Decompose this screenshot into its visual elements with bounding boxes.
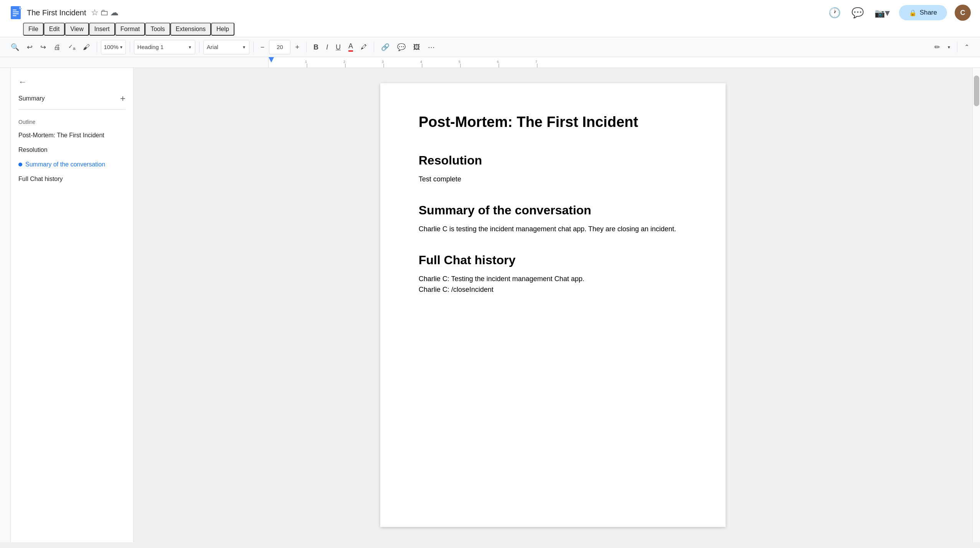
zoom-dropdown[interactable]: ▾	[119, 44, 123, 50]
redo-button[interactable]: ↪	[37, 41, 49, 53]
editing-dropdown[interactable]: ▾	[945, 43, 953, 52]
menu-edit[interactable]: Edit	[44, 23, 65, 36]
menu-help[interactable]: Help	[211, 23, 234, 36]
doc-title-heading: Post-Mortem: The First Incident	[419, 114, 687, 130]
section-chat: Full Chat history Charlie C: Testing the…	[419, 253, 687, 296]
section-resolution-heading: Resolution	[419, 153, 687, 168]
link-button[interactable]: 🔗	[378, 41, 393, 53]
title-right-actions: 🕐 💬 📷▾ 🔒 Share C	[827, 5, 971, 21]
comment-button[interactable]: 💬	[394, 41, 409, 53]
scrollbar-thumb[interactable]	[974, 76, 979, 106]
image-button[interactable]: 🖼	[410, 41, 423, 53]
folder-button[interactable]: 🗀	[99, 8, 109, 18]
svg-marker-5	[19, 6, 22, 9]
bold-button[interactable]: B	[310, 41, 322, 53]
menu-extensions[interactable]: Extensions	[170, 23, 211, 36]
docs-icon	[9, 5, 22, 21]
separator-5	[306, 42, 307, 53]
svg-text:7: 7	[535, 60, 537, 64]
lock-icon: 🔒	[909, 9, 917, 16]
svg-rect-3	[13, 13, 19, 14]
add-outline-button[interactable]: +	[120, 94, 125, 103]
search-button[interactable]: 🔍	[8, 41, 22, 53]
svg-text:6: 6	[497, 60, 499, 64]
font-dropdown[interactable]: ▾	[242, 44, 246, 50]
spellcheck-button[interactable]: ✓a	[65, 41, 78, 53]
outline-item-3[interactable]: Full Chat history	[18, 175, 125, 183]
more-button[interactable]: ⋯	[425, 41, 438, 53]
right-panel	[972, 68, 980, 542]
separator-3	[199, 42, 200, 53]
menu-insert[interactable]: Insert	[89, 23, 115, 36]
italic-button[interactable]: I	[323, 41, 331, 53]
comments-button[interactable]: 💬	[850, 6, 865, 19]
section-summary: Summary of the conversation Charlie C is…	[419, 203, 687, 235]
separator-6	[374, 42, 374, 53]
heading-style-dropdown[interactable]: ▾	[188, 44, 192, 50]
outline-items: Post-Mortem: The First Incident Resoluti…	[18, 131, 125, 183]
text-color-icon: A	[348, 42, 353, 50]
doc-title: The First Incident	[27, 8, 86, 17]
svg-text:5: 5	[459, 60, 460, 64]
svg-text:3: 3	[382, 60, 384, 64]
font-value: Arial	[207, 44, 218, 50]
menu-file[interactable]: File	[23, 23, 44, 36]
svg-rect-4	[13, 15, 16, 16]
avatar: C	[955, 5, 971, 21]
star-button[interactable]: ☆	[90, 8, 99, 18]
share-label: Share	[920, 9, 937, 16]
left-panel	[0, 68, 11, 542]
ruler-ticks: 1 2 3 4 5 6 7	[269, 57, 980, 67]
outline-header: Summary +	[18, 94, 125, 103]
font-control: Arial ▾	[203, 40, 249, 54]
separator-1	[97, 42, 97, 53]
section-chat-heading: Full Chat history	[419, 253, 687, 267]
paintformat-button[interactable]: 🖌	[80, 41, 93, 53]
font-size-box[interactable]: 20	[269, 40, 290, 54]
menu-format[interactable]: Format	[115, 23, 145, 36]
undo-button[interactable]: ↩	[24, 41, 36, 53]
outline-item-1[interactable]: Resolution	[18, 146, 125, 154]
underline-button[interactable]: U	[333, 41, 344, 53]
title-menu-area: The First Incident ☆ 🗀 ☁ 🕐 💬 📷▾ 🔒 Share …	[0, 0, 980, 37]
ruler: 1 2 3 4 5 6 7	[0, 57, 980, 68]
outline-item-2[interactable]: Summary of the conversation	[18, 160, 125, 169]
section-resolution-body: Test complete	[419, 174, 687, 185]
ruler-left-margin	[134, 57, 269, 67]
menu-view[interactable]: View	[65, 23, 89, 36]
separator-2	[130, 42, 130, 53]
zoom-control: 100% ▾	[101, 40, 125, 54]
zoom-value: 100%	[104, 44, 118, 50]
ruler-inner: 1 2 3 4 5 6 7	[269, 57, 980, 67]
cloud-button[interactable]: ☁	[109, 8, 119, 18]
font-size-decrease[interactable]: −	[257, 41, 268, 53]
highlight-button[interactable]: 🖍	[358, 42, 370, 53]
svg-text:2: 2	[343, 60, 345, 64]
heading-style-value: Heading 1	[137, 44, 163, 50]
history-button[interactable]: 🕐	[827, 6, 842, 19]
document-page: Post-Mortem: The First Incident Resoluti…	[380, 83, 726, 527]
video-button[interactable]: 📷▾	[873, 6, 891, 19]
svg-text:1: 1	[305, 60, 307, 64]
outline-item-0[interactable]: Post-Mortem: The First Incident	[18, 131, 125, 140]
title-row: The First Incident ☆ 🗀 ☁ 🕐 💬 📷▾ 🔒 Share …	[0, 0, 980, 21]
section-chat-body: Charlie C: Testing the incident manageme…	[419, 273, 687, 296]
main-layout: ← Summary + Outline Post-Mortem: The Fir…	[0, 68, 980, 542]
heading-style-control: Heading 1 ▾	[134, 40, 195, 54]
section-summary-heading: Summary of the conversation	[419, 203, 687, 217]
print-button[interactable]: 🖨	[51, 41, 64, 53]
section-summary-body: Charlie C is testing the incident manage…	[419, 224, 687, 235]
collapse-button[interactable]: ⌃	[961, 42, 972, 53]
back-button[interactable]: ←	[18, 77, 27, 87]
outline-section-label: Outline	[18, 119, 125, 125]
menu-bar: File Edit View Insert Format Tools Exten…	[0, 21, 980, 37]
share-button[interactable]: 🔒 Share	[899, 5, 947, 20]
separator-7	[957, 42, 957, 53]
font-size-increase[interactable]: +	[292, 41, 302, 53]
document-area[interactable]: Post-Mortem: The First Incident Resoluti…	[134, 68, 972, 542]
editing-mode-button[interactable]: ✏	[931, 41, 943, 53]
menu-tools[interactable]: Tools	[145, 23, 170, 36]
section-resolution: Resolution Test complete	[419, 153, 687, 185]
text-color-button[interactable]: A	[345, 40, 356, 54]
color-bar	[348, 50, 353, 52]
